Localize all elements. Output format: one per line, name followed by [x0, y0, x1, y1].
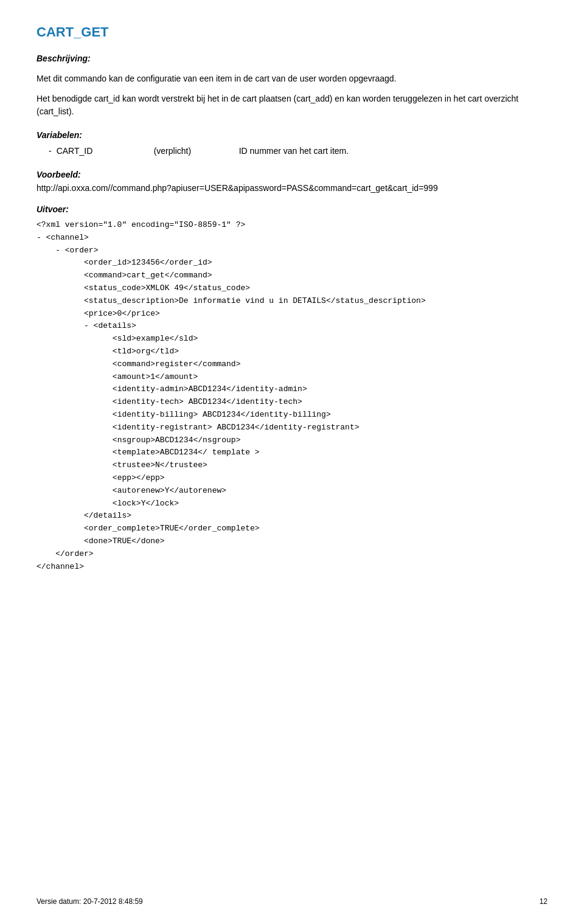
code-line: - <channel> [36, 232, 548, 245]
code-line: <nsgroup>ABCD1234</nsgroup> [36, 434, 548, 447]
variables-heading: Variabelen: [36, 130, 548, 140]
code-line: <command>register</command> [36, 358, 548, 371]
code-line: <status_code>XMLOK 49</status_code> [36, 282, 548, 295]
code-line: <tld>org</tld> [36, 346, 548, 358]
code-line: <identity-billing> ABCD1234</identity-bi… [36, 409, 548, 422]
code-line: <order_id>123456</order_id> [36, 257, 548, 269]
code-line: </details> [36, 510, 548, 523]
code-line: <sld>example</sld> [36, 333, 548, 346]
variable-dash: - [49, 145, 52, 158]
example-section: Voorbeeld: http://api.oxxa.com//command.… [36, 170, 548, 195]
code-block: <?xml version="1.0" encoding="ISO-8859-1… [36, 219, 548, 573]
code-line: <lock>Y</lock> [36, 498, 548, 510]
code-line: - <order> [36, 245, 548, 257]
code-line: </order> [36, 548, 548, 561]
code-line: </channel> [36, 561, 548, 574]
description-section: Beschrijving: Met dit commando kan de co… [36, 52, 548, 118]
code-line: <template>ABCD1234</ template > [36, 446, 548, 459]
variable-required: (verplicht) [154, 145, 239, 158]
variable-row: - CART_ID (verplicht) ID nummer van het … [49, 145, 548, 158]
code-line: <identity-registrant> ABCD1234</identity… [36, 422, 548, 434]
code-line: <identity-tech> ABCD1234</identity-tech> [36, 396, 548, 409]
output-heading: Uitvoer: [36, 204, 548, 214]
example-url: http://api.oxxa.com//command.php?apiuser… [36, 182, 548, 195]
footer-date: Versie datum: 20-7-2012 8:48:59 [36, 897, 143, 906]
page-title: CART_GET [36, 24, 548, 40]
code-line: <command>cart_get</command> [36, 269, 548, 282]
variables-section: Variabelen: - CART_ID (verplicht) ID num… [36, 130, 548, 158]
example-heading: Voorbeeld: [36, 170, 548, 179]
variable-name: CART_ID [57, 145, 154, 158]
code-line: <order_complete>TRUE</order_complete> [36, 523, 548, 535]
variable-description: ID nummer van het cart item. [239, 145, 548, 158]
code-line: <epp></epp> [36, 472, 548, 485]
footer-page-number: 12 [540, 897, 548, 906]
code-line: <status_description>De informatie vind u… [36, 295, 548, 308]
footer: Versie datum: 20-7-2012 8:48:59 12 [36, 897, 548, 906]
code-line: <done>TRUE</done> [36, 535, 548, 548]
description-line2: Het benodigde cart_id kan wordt verstrek… [36, 92, 548, 118]
code-line: <?xml version="1.0" encoding="ISO-8859-1… [36, 219, 548, 232]
code-line: <autorenew>Y</autorenew> [36, 485, 548, 498]
code-line: <price>0</price> [36, 308, 548, 321]
output-section: Uitvoer: <?xml version="1.0" encoding="I… [36, 204, 548, 573]
code-line: <identity-admin>ABCD1234</identity-admin… [36, 383, 548, 396]
description-heading: Beschrijving: [36, 52, 548, 65]
description-line1: Met dit commando kan de configuratie van… [36, 72, 548, 85]
code-line: <trustee>N</trustee> [36, 459, 548, 472]
code-line: - <details> [36, 320, 548, 333]
code-line: <amount>1</amount> [36, 371, 548, 384]
